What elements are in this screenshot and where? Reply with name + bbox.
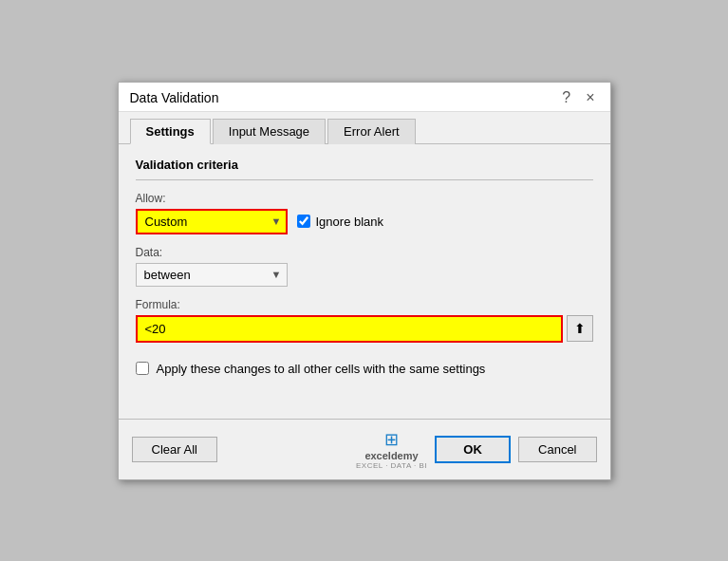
ignore-blank-checkbox[interactable] [297,215,310,228]
cancel-button[interactable]: Cancel [518,437,596,462]
formula-label: Formula: [136,298,593,311]
section-title: Validation criteria [136,158,593,172]
tab-error-alert[interactable]: Error Alert [327,119,416,144]
data-validation-dialog: Data Validation ? × Settings Input Messa… [118,82,611,480]
allow-select[interactable]: Custom Any value Whole number Decimal Li… [136,209,288,234]
tabs-bar: Settings Input Message Error Alert [119,112,610,144]
allow-label: Allow: [136,192,593,205]
title-bar: Data Validation ? × [119,83,610,112]
formula-collapse-icon: ⬆ [574,321,586,336]
footer-right: ⊞ exceldemy EXCEL · DATA · BI OK Cancel [356,429,597,470]
tab-settings[interactable]: Settings [130,119,211,144]
exceldemy-icon: ⊞ [384,429,399,450]
clear-all-button[interactable]: Clear All [132,437,217,462]
apply-row: Apply these changes to all other cells w… [136,362,593,376]
tab-input-message[interactable]: Input Message [213,119,326,144]
ignore-blank-row: Ignore blank [297,215,384,229]
dialog-title: Data Validation [130,90,219,105]
title-bar-icons: ? × [558,90,598,105]
data-select[interactable]: between not between equal to not equal t… [136,263,288,287]
ignore-blank-label: Ignore blank [316,215,384,229]
exceldemy-name: exceldemy [364,450,418,461]
close-icon[interactable]: × [582,90,598,105]
apply-all-label: Apply these changes to all other cells w… [157,362,486,376]
exceldemy-logo: ⊞ exceldemy EXCEL · DATA · BI [356,429,427,470]
ok-button[interactable]: OK [435,436,511,463]
divider [136,179,593,180]
apply-all-checkbox[interactable] [136,362,149,375]
footer: Clear All ⊞ exceldemy EXCEL · DATA · BI … [119,419,610,479]
formula-row: ⬆ [136,315,593,343]
formula-input[interactable] [136,315,563,343]
footer-left: Clear All [132,437,217,462]
help-icon[interactable]: ? [558,90,574,105]
allow-row: Custom Any value Whole number Decimal Li… [136,209,593,234]
data-row: between not between equal to not equal t… [136,263,593,287]
settings-content: Validation criteria Allow: Custom Any va… [119,144,610,419]
formula-collapse-button[interactable]: ⬆ [567,315,593,342]
data-label: Data: [136,246,593,259]
allow-select-wrapper: Custom Any value Whole number Decimal Li… [136,209,288,234]
exceldemy-sub: EXCEL · DATA · BI [356,461,427,470]
data-select-wrapper: between not between equal to not equal t… [136,263,288,287]
